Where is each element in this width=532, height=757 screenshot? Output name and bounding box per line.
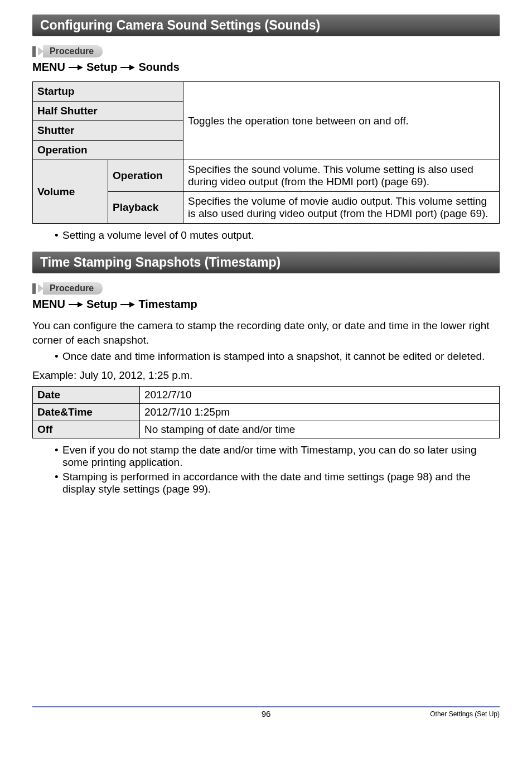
- timestamp-example-line: Example: July 10, 2012, 1:25 p.m.: [32, 368, 500, 383]
- menu-path-timestamp: MENU Setup Timestamp: [32, 298, 500, 311]
- row-vol-operation: Operation: [108, 160, 183, 192]
- menu-path-part: MENU: [32, 61, 65, 74]
- ts-row-datetime: Date&Time: [33, 403, 140, 421]
- footer-section-label: Other Settings (Set Up): [430, 710, 500, 718]
- ts-row-date-value: 2012/7/10: [140, 386, 500, 403]
- row-shutter: Shutter: [33, 121, 183, 141]
- menu-path-part: MENU: [32, 298, 65, 311]
- toggle-description: Toggles the operation tone between on an…: [183, 82, 500, 160]
- note-item: Setting a volume level of 0 mutes output…: [55, 229, 500, 242]
- note-item: Stamping is performed in accordance with…: [55, 471, 500, 495]
- timestamp-postnotes: Even if you do not stamp the date and/or…: [32, 444, 500, 495]
- ts-row-off-value: No stamping of date and/or time: [140, 421, 500, 438]
- ts-row-date: Date: [33, 386, 140, 403]
- procedure-tag: Procedure: [32, 45, 500, 57]
- timestamp-table: Date 2012/7/10 Date&Time 2012/7/10 1:25p…: [32, 386, 500, 438]
- ts-row-off: Off: [33, 421, 140, 438]
- table-row: Volume Operation Specifies the sound vol…: [33, 160, 500, 192]
- menu-path-part: Timestamp: [138, 298, 197, 311]
- row-volume: Volume: [33, 160, 108, 224]
- table-row: Startup Toggles the operation tone betwe…: [33, 82, 500, 102]
- sounds-settings-table: Startup Toggles the operation tone betwe…: [32, 81, 500, 224]
- vol-operation-desc: Specifies the sound volume. This volume …: [183, 160, 500, 192]
- section-title-timestamp: Time Stamping Snapshots (Timestamp): [32, 252, 500, 273]
- procedure-tag: Procedure: [32, 282, 500, 295]
- menu-path-part: Sounds: [138, 61, 179, 74]
- section-title-sounds: Configuring Camera Sound Settings (Sound…: [32, 15, 500, 36]
- procedure-bar-icon: [32, 283, 36, 294]
- menu-path-part: Setup: [86, 61, 118, 74]
- arrow-right-icon: [69, 65, 83, 70]
- note-item: Even if you do not stamp the date and/or…: [55, 444, 500, 469]
- timestamp-prenote: Once date and time information is stampe…: [32, 350, 500, 363]
- ts-row-datetime-value: 2012/7/10 1:25pm: [140, 403, 500, 421]
- table-row: Date&Time 2012/7/10 1:25pm: [33, 403, 500, 421]
- arrow-right-icon: [120, 65, 135, 70]
- row-half-shutter: Half Shutter: [33, 102, 183, 121]
- row-startup: Startup: [33, 82, 183, 102]
- row-operation: Operation: [33, 141, 183, 160]
- footer-divider: [32, 706, 500, 707]
- table-row: Off No stamping of date and/or time: [33, 421, 500, 438]
- note-item: Once date and time information is stampe…: [55, 350, 500, 363]
- row-vol-playback: Playback: [108, 192, 183, 224]
- procedure-label: Procedure: [43, 45, 103, 57]
- table-row: Date 2012/7/10: [33, 386, 500, 403]
- procedure-label: Procedure: [43, 282, 103, 295]
- menu-path-sounds: MENU Setup Sounds: [32, 61, 500, 74]
- document-page: Configuring Camera Sound Settings (Sound…: [0, 0, 532, 725]
- arrow-right-icon: [69, 302, 83, 307]
- sounds-notes: Setting a volume level of 0 mutes output…: [32, 229, 500, 242]
- timestamp-paragraph: You can configure the camera to stamp th…: [32, 319, 500, 347]
- vol-playback-desc: Specifies the volume of movie audio outp…: [183, 192, 500, 224]
- arrow-right-icon: [120, 302, 135, 307]
- procedure-bar-icon: [32, 46, 36, 57]
- menu-path-part: Setup: [86, 298, 118, 311]
